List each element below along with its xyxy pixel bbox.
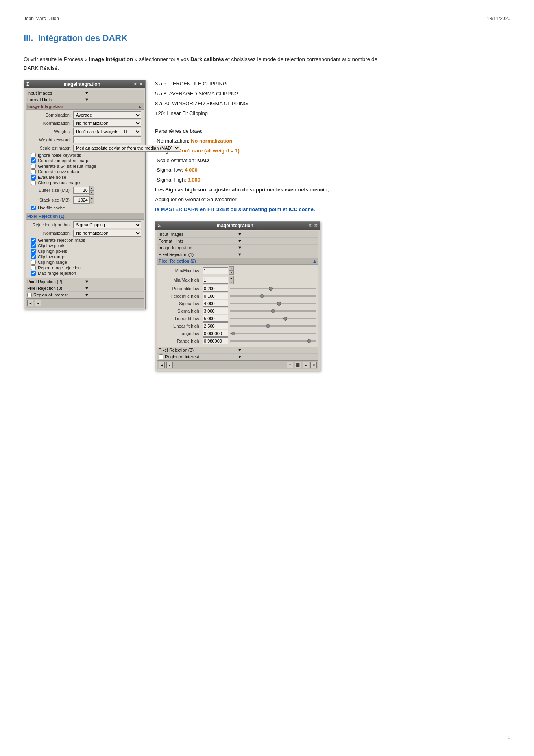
- range-low-input[interactable]: [203, 330, 228, 337]
- w2-region-of-interest-row[interactable]: Region of Interest ▼: [157, 354, 318, 360]
- sigma-low-thumb[interactable]: [277, 302, 281, 306]
- w2-footer-square-btn[interactable]: □: [287, 362, 293, 368]
- min-max-low-up[interactable]: ▲: [229, 266, 234, 271]
- scale-estimator-select[interactable]: Median absolute deviation from the media…: [73, 145, 180, 152]
- range-high-thumb[interactable]: [307, 339, 311, 343]
- w2-footer-arrow-btn[interactable]: ◀: [159, 362, 165, 368]
- percentile-low-thumb[interactable]: [269, 287, 273, 291]
- region-of-interest-row[interactable]: Region of Interest ▼: [26, 292, 144, 298]
- format-hints-row[interactable]: Format Hints ▼: [26, 96, 144, 103]
- ignore-noise-checkbox[interactable]: [31, 153, 36, 158]
- use-file-cache-label: Use file cache: [38, 206, 65, 210]
- generate-drizzle-checkbox[interactable]: [31, 169, 36, 174]
- min-max-low-input[interactable]: [203, 267, 228, 274]
- stack-down-icon[interactable]: ▼: [89, 200, 94, 204]
- w2-pixel-rejection-2-header[interactable]: Pixel Rejection (2) ▲: [157, 258, 318, 265]
- window1-controls[interactable]: ✕ ✕: [133, 82, 143, 87]
- w2-region-of-interest-label: Region of Interest: [165, 354, 238, 359]
- pixel-rejection-3-row[interactable]: Pixel Rejection (3) ▼: [26, 285, 144, 292]
- w2-image-integration-row[interactable]: Image Integration ▼: [157, 245, 318, 251]
- footer-circle-btn[interactable]: ●: [35, 300, 41, 306]
- window2-titlebar[interactable]: Σ ImageIntegration ✕ ✕: [155, 222, 320, 230]
- pin-icon[interactable]: ✕: [133, 82, 137, 87]
- range-high-input[interactable]: [203, 337, 228, 344]
- range-high-track[interactable]: [230, 340, 316, 342]
- evaluate-noise-checkbox[interactable]: [31, 175, 36, 180]
- w2-footer-x-btn[interactable]: ✕: [310, 362, 317, 368]
- w2-pixel-rejection-1-row[interactable]: Pixel Rejection (1) ▼: [157, 251, 318, 258]
- percentile-high-track[interactable]: [230, 295, 316, 297]
- range-low-thumb[interactable]: [231, 332, 235, 335]
- weight-keyword-input[interactable]: [73, 136, 141, 143]
- pixel-rejection-2-row[interactable]: Pixel Rejection (2) ▼: [26, 278, 144, 285]
- close-previous-checkbox[interactable]: [31, 180, 36, 185]
- report-range-rejection-checkbox[interactable]: [31, 265, 36, 270]
- stack-size-input[interactable]: [73, 196, 89, 204]
- window2: Σ ImageIntegration ✕ ✕ Input Images ▼ Fo…: [155, 221, 320, 371]
- window2-controls[interactable]: ✕ ✕: [308, 223, 318, 228]
- weights-row: Weights: Don't care (all weights = 1): [28, 128, 141, 135]
- linear-fit-low-thumb[interactable]: [283, 317, 287, 321]
- normalization-select[interactable]: No normalization: [73, 120, 141, 127]
- buffer-down-icon[interactable]: ▼: [89, 190, 94, 195]
- w2-roi-checkbox[interactable]: [159, 354, 163, 359]
- roi-checkbox[interactable]: [27, 293, 32, 297]
- linear-fit-high-input[interactable]: [203, 322, 228, 329]
- w2-footer-circle-btn[interactable]: ●: [166, 362, 173, 368]
- close-icon[interactable]: ✕: [139, 82, 143, 87]
- rejection-algorithm-select[interactable]: Sigma Clipping: [73, 221, 141, 228]
- window2-close-icon[interactable]: ✕: [314, 223, 318, 228]
- sigma-high-input[interactable]: [203, 308, 228, 314]
- combination-select[interactable]: Average: [73, 111, 141, 119]
- clip-low-pixels-checkbox[interactable]: [31, 243, 36, 248]
- sigma-low-input[interactable]: [203, 300, 228, 307]
- clip-high-range-checkbox[interactable]: [31, 260, 36, 265]
- generate-integrated-checkbox[interactable]: [31, 158, 36, 163]
- normalization2-select[interactable]: No normalization: [73, 230, 141, 237]
- generate-rejection-maps-checkbox[interactable]: [31, 238, 36, 243]
- stack-size-spinner[interactable]: ▲ ▼: [73, 196, 94, 204]
- window1-titlebar[interactable]: Σ ImageIntegration ✕ ✕: [24, 80, 145, 88]
- buffer-up-icon[interactable]: ▲: [89, 186, 94, 190]
- min-max-high-up[interactable]: ▲: [229, 276, 234, 280]
- use-file-cache-checkbox[interactable]: [31, 206, 36, 210]
- map-range-rejection-checkbox[interactable]: [31, 271, 36, 276]
- percentile-high-input[interactable]: [203, 293, 228, 299]
- buffer-size-spinner[interactable]: ▲ ▼: [73, 186, 94, 195]
- w2-footer-run-btn[interactable]: ▶: [303, 362, 309, 368]
- footer-arrow-btn[interactable]: ◀: [27, 300, 33, 306]
- min-max-high-down[interactable]: ▼: [229, 280, 234, 284]
- min-max-low-down[interactable]: ▼: [229, 271, 234, 275]
- linear-fit-low-label: Linear fit low:: [159, 316, 203, 321]
- percentile-low-input[interactable]: [203, 285, 228, 292]
- sigma-low-track[interactable]: [230, 303, 316, 304]
- clip-low-pixels-row: Clip low pixels: [28, 243, 141, 248]
- format-hints-label: Format Hints: [27, 97, 85, 102]
- linear-fit-low-input[interactable]: [203, 315, 228, 322]
- w2-footer-doc-btn[interactable]: ⬛: [295, 362, 301, 368]
- sigma-high-thumb[interactable]: [271, 309, 275, 313]
- input-images-row[interactable]: Input Images ▼: [26, 90, 144, 96]
- w2-pixel-rejection-3-row[interactable]: Pixel Rejection (3) ▼: [157, 347, 318, 354]
- linear-fit-high-thumb[interactable]: [266, 324, 270, 328]
- window2-pin-icon[interactable]: ✕: [308, 223, 312, 228]
- linear-fit-high-track[interactable]: [230, 325, 316, 327]
- buffer-size-input[interactable]: [73, 187, 89, 194]
- sigma-high-track[interactable]: [230, 310, 316, 312]
- range-low-track[interactable]: [230, 333, 316, 334]
- min-max-high-row: Min/Max high: ▲ ▼: [159, 276, 316, 284]
- weights-select[interactable]: Don't care (all weights = 1): [73, 128, 141, 135]
- clip-high-pixels-checkbox[interactable]: [31, 249, 36, 254]
- clip-low-range-checkbox[interactable]: [31, 254, 36, 259]
- w2-input-images-row[interactable]: Input Images ▼: [157, 231, 318, 238]
- percentile-high-label: Percentile high:: [159, 294, 203, 298]
- linear-fit-low-track[interactable]: [230, 318, 316, 319]
- min-max-high-input[interactable]: [203, 277, 228, 284]
- w2-format-hints-row[interactable]: Format Hints ▼: [157, 238, 318, 245]
- generate-64bit-checkbox[interactable]: [31, 164, 36, 169]
- stack-up-icon[interactable]: ▲: [89, 196, 94, 200]
- percentile-low-track[interactable]: [230, 288, 316, 289]
- image-integration-header[interactable]: Image Integration ▲: [26, 103, 144, 110]
- percentile-high-thumb[interactable]: [260, 294, 264, 298]
- pixel-rejection-1-header[interactable]: Pixel Rejection (1): [26, 213, 144, 220]
